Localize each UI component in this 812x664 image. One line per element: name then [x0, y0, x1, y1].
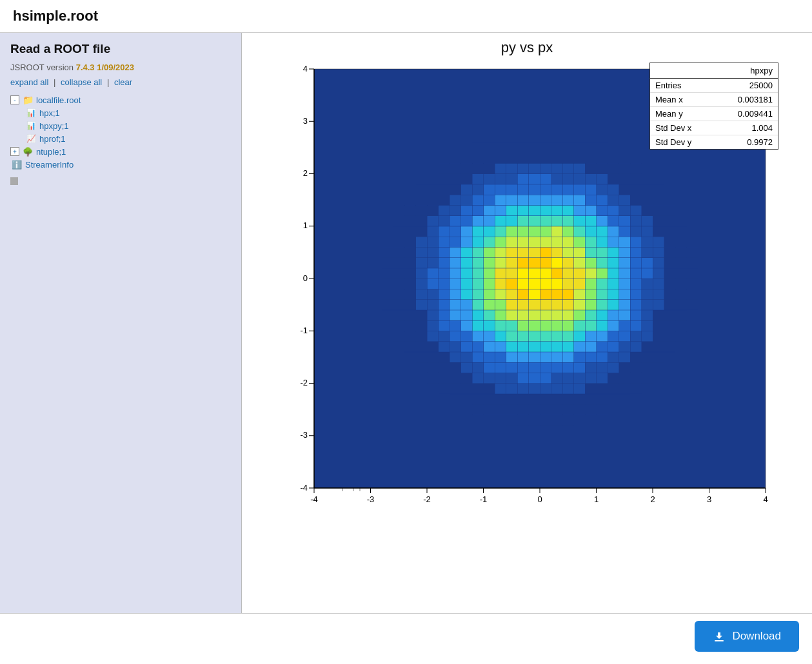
svg-rect-207 [495, 310, 506, 320]
svg-rect-98 [450, 394, 461, 404]
svg-rect-518 [631, 384, 642, 394]
svg-rect-324 [540, 248, 551, 258]
svg-rect-449 [597, 352, 608, 362]
plot-title: py vs px [501, 39, 553, 56]
svg-rect-177 [484, 352, 495, 362]
svg-rect-283 [529, 384, 540, 394]
tree-label-streamer: StreamerInfo [25, 160, 74, 170]
svg-rect-495 [619, 384, 630, 394]
clear-link[interactable]: clear [114, 77, 132, 87]
svg-rect-380 [563, 248, 574, 258]
svg-rect-102 [450, 352, 461, 362]
svg-rect-427 [586, 310, 597, 320]
svg-rect-274 [518, 184, 529, 195]
svg-rect-204 [495, 342, 506, 352]
svg-rect-186 [484, 258, 495, 268]
tree-item-hpx[interactable]: 📊 hpx;1 [25, 106, 231, 119]
svg-rect-17 [393, 258, 404, 268]
svg-rect-93 [439, 206, 450, 216]
svg-rect-455 [597, 289, 608, 300]
svg-rect-154 [473, 321, 484, 331]
svg-rect-407 [574, 248, 585, 258]
svg-rect-224 [506, 415, 517, 425]
svg-rect-469 [597, 142, 608, 153]
svg-rect-486 [608, 226, 619, 237]
svg-rect-244 [506, 206, 517, 216]
svg-rect-272 [518, 206, 529, 216]
svg-rect-121 [450, 153, 461, 164]
svg-rect-568 [653, 279, 664, 289]
svg-rect-142 [461, 184, 472, 195]
svg-rect-604 [676, 226, 687, 237]
svg-rect-388 [563, 164, 574, 174]
expand-icon-localfile[interactable]: - [10, 95, 19, 104]
svg-rect-516 [619, 164, 630, 174]
svg-rect-482 [608, 268, 619, 278]
svg-rect-241 [506, 237, 517, 248]
svg-rect-498 [619, 352, 630, 362]
expand-icon-ntuple[interactable]: + [10, 147, 19, 156]
svg-rect-586 [664, 268, 675, 278]
svg-rect-366 [563, 394, 574, 404]
svg-rect-257 [518, 363, 529, 373]
svg-rect-591 [664, 216, 675, 226]
svg-rect-585 [664, 279, 675, 289]
download-button[interactable]: Download [695, 621, 799, 652]
svg-rect-496 [619, 373, 630, 384]
svg-rect-325 [540, 237, 551, 248]
svg-rect-191 [484, 206, 495, 216]
svg-rect-391 [563, 132, 574, 142]
svg-rect-356 [551, 206, 562, 216]
svg-rect-370 [563, 352, 574, 362]
svg-rect-128 [461, 331, 472, 342]
svg-text:-1: -1 [480, 494, 488, 504]
svg-rect-187 [484, 248, 495, 258]
svg-rect-399 [574, 331, 585, 342]
tree-item-hpxpy[interactable]: 📊 hpxpy;1 [25, 119, 231, 132]
expand-all-link[interactable]: expand all [10, 77, 48, 87]
svg-rect-493 [608, 153, 619, 164]
svg-rect-461 [597, 226, 608, 237]
svg-rect-24 [405, 331, 416, 342]
svg-rect-156 [473, 300, 484, 310]
svg-rect-471 [608, 384, 619, 394]
svg-rect-337 [551, 405, 562, 415]
svg-rect-290 [529, 310, 540, 320]
svg-rect-198 [495, 405, 506, 415]
svg-rect-529 [631, 268, 642, 278]
svg-rect-260 [518, 331, 529, 342]
hist2d-icon-hpxpy: 📊 [25, 121, 37, 131]
svg-rect-450 [597, 342, 608, 352]
svg-rect-601 [676, 258, 687, 268]
svg-rect-54 [416, 195, 427, 206]
svg-rect-595 [676, 321, 687, 331]
svg-rect-39 [416, 352, 427, 362]
tree-item-streamerinfo[interactable]: ℹ️ StreamerInfo [10, 158, 231, 171]
svg-rect-293 [529, 279, 540, 289]
tree-item-hprof[interactable]: 📈 hprof;1 [25, 132, 231, 145]
svg-rect-603 [676, 237, 687, 248]
svg-rect-55 [416, 184, 427, 195]
tree-item-localfile[interactable]: - 📁 localfile.root [10, 93, 231, 106]
svg-rect-544 [642, 331, 653, 342]
svg-rect-472 [608, 373, 619, 384]
svg-rect-158 [473, 279, 484, 289]
svg-rect-194 [484, 174, 495, 184]
svg-rect-563 [653, 331, 664, 342]
collapse-all-link[interactable]: collapse all [61, 77, 102, 87]
svg-rect-462 [597, 216, 608, 226]
svg-rect-169 [473, 164, 484, 174]
tree-item-ntuple[interactable]: + 🌳 ntuple;1 [10, 145, 231, 158]
svg-rect-109 [450, 279, 461, 289]
svg-rect-147 [473, 394, 484, 404]
svg-rect-507 [619, 258, 630, 268]
svg-rect-20 [393, 226, 404, 237]
jsroot-label: JSROOT [10, 63, 45, 72]
svg-rect-393 [574, 394, 585, 404]
svg-rect-256 [518, 373, 529, 384]
svg-rect-520 [631, 363, 642, 373]
svg-rect-75 [428, 174, 439, 184]
svg-rect-32 [405, 248, 416, 258]
svg-rect-488 [608, 206, 619, 216]
svg-rect-262 [518, 310, 529, 320]
